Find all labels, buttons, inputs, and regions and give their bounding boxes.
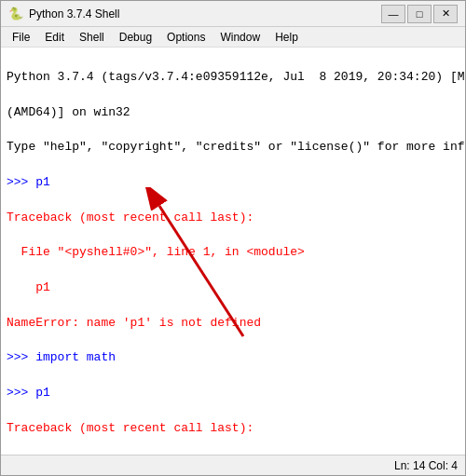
- menu-options[interactable]: Options: [159, 29, 212, 46]
- error1: NameError: name 'p1' is not defined: [7, 316, 261, 330]
- menu-bar: File Edit Shell Debug Options Window Hel…: [1, 27, 465, 48]
- traceback1-header: Traceback (most recent call last):: [7, 211, 254, 224]
- shell-output: Python 3.7.4 (tags/v3.7.4:e09359112e, Ju…: [7, 51, 459, 455]
- prompt2: >>> import math: [7, 350, 116, 364]
- status-text: Ln: 14 Col: 4: [394, 459, 458, 472]
- python-icon: 🐍: [8, 7, 23, 21]
- traceback2-header: Traceback (most recent call last):: [7, 421, 254, 435]
- menu-edit[interactable]: Edit: [37, 29, 72, 46]
- minimize-button[interactable]: —: [381, 5, 405, 23]
- main-window: 🐍 Python 3.7.4 Shell — □ ✕ File Edit She…: [0, 0, 466, 476]
- python-platform-line: (AMD64)] on win32: [7, 105, 130, 119]
- maximize-button[interactable]: □: [407, 5, 432, 23]
- menu-help[interactable]: Help: [267, 29, 306, 46]
- shell-content[interactable]: Python 3.7.4 (tags/v3.7.4:e09359112e, Ju…: [1, 48, 465, 455]
- window-title: Python 3.7.4 Shell: [29, 7, 119, 20]
- python-help-line: Type "help", "copyright", "credits" or "…: [7, 140, 465, 154]
- menu-window[interactable]: Window: [212, 29, 267, 46]
- traceback1-code: p1: [7, 280, 50, 294]
- title-bar-left: 🐍 Python 3.7.4 Shell: [8, 7, 119, 21]
- title-bar: 🐍 Python 3.7.4 Shell — □ ✕: [1, 1, 465, 27]
- menu-debug[interactable]: Debug: [112, 29, 159, 46]
- prompt1: >>> p1: [7, 175, 50, 189]
- menu-file[interactable]: File: [5, 29, 37, 46]
- traceback1-file: File "<pyshell#0>", line 1, in <module>: [7, 245, 305, 259]
- status-bar: Ln: 14 Col: 4: [1, 455, 465, 475]
- python-version-line: Python 3.7.4 (tags/v3.7.4:e09359112e, Ju…: [7, 70, 465, 84]
- title-controls: — □ ✕: [381, 5, 458, 23]
- close-button[interactable]: ✕: [433, 5, 458, 23]
- prompt3: >>> p1: [7, 386, 50, 400]
- menu-shell[interactable]: Shell: [72, 29, 112, 46]
